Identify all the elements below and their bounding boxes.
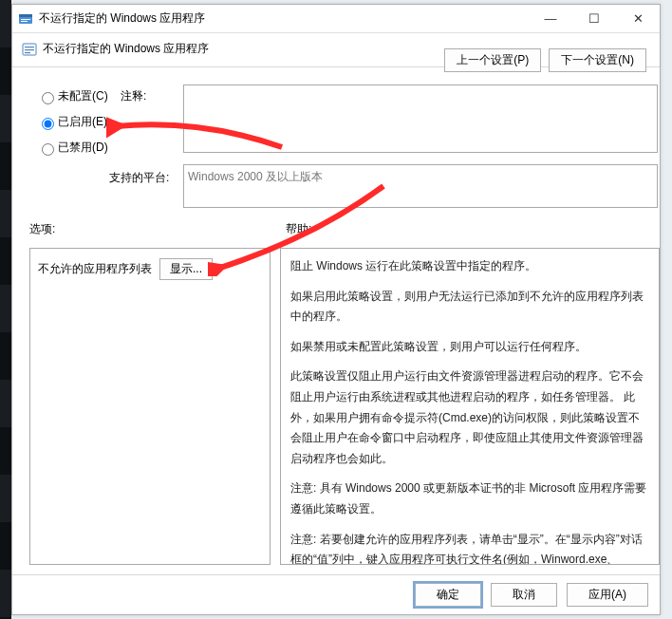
minimize-icon: — [545,11,557,26]
help-panel[interactable]: 阻止 Windows 运行在此策略设置中指定的程序。 如果启用此策略设置，则用户… [280,248,660,565]
minimize-button[interactable]: — [529,5,572,33]
apply-button[interactable]: 应用(A) [567,583,648,607]
svg-rect-3 [21,21,28,22]
radio-disabled-label: 已禁用(D) [58,140,108,156]
maximize-button[interactable]: ☐ [572,5,616,33]
help-paragraph: 此策略设置仅阻止用户运行由文件资源管理器进程启动的程序。它不会阻止用户运行由系统… [290,366,649,469]
app-icon [18,11,33,27]
help-paragraph: 如果启用此策略设置，则用户无法运行已添加到不允许的应用程序列表中的程序。 [290,287,649,328]
svg-rect-5 [25,47,34,47]
platform-label: 支持的平台: [109,170,169,186]
help-paragraph: 注意: 若要创建允许的应用程序列表，请单击“显示”。在“显示内容”对话框的“值”… [290,530,649,565]
close-button[interactable]: ✕ [616,5,660,33]
radio-not-configured-input[interactable] [42,92,54,104]
radio-not-configured[interactable]: 未配置(C) [37,88,108,104]
titlebar: 不运行指定的 Windows 应用程序 — ☐ ✕ [12,5,660,33]
radio-disabled-input[interactable] [42,143,54,156]
help-paragraph: 阻止 Windows 运行在此策略设置中指定的程序。 [290,256,649,277]
help-label: 帮助: [286,221,311,237]
radio-enabled-input[interactable] [42,118,54,130]
comment-label: 注释: [121,88,146,104]
header-title: 不运行指定的 Windows 应用程序 [43,41,209,57]
footer-bar: 确定 取消 应用(A) [12,574,660,614]
svg-rect-2 [21,19,30,20]
policy-editor-window: 不运行指定的 Windows 应用程序 — ☐ ✕ 不运行指定的 Windows… [11,4,661,615]
desktop-background-strip [0,0,11,619]
radio-not-configured-label: 未配置(C) [58,88,108,104]
previous-setting-button[interactable]: 上一个设置(P) [444,48,541,72]
next-setting-button[interactable]: 下一个设置(N) [549,48,646,72]
show-list-button[interactable]: 显示... [159,258,213,280]
help-paragraph: 注意: 具有 Windows 2000 或更新版本证书的非 Microsoft … [290,478,649,519]
svg-rect-1 [19,14,32,17]
options-label: 选项: [29,221,55,237]
radio-enabled[interactable]: 已启用(E) [37,114,108,130]
svg-rect-7 [25,52,30,53]
comment-textarea[interactable] [183,84,658,153]
window-title: 不运行指定的 Windows 应用程序 [39,10,205,27]
ok-button[interactable]: 确定 [415,583,481,607]
radio-enabled-label: 已启用(E) [58,114,107,130]
nav-buttons: 上一个设置(P) 下一个设置(N) [444,48,646,72]
disallowed-apps-label: 不允许的应用程序列表 [38,261,152,277]
options-panel: 不允许的应用程序列表 显示... [29,248,271,565]
policy-icon [22,42,37,57]
close-icon: ✕ [633,11,644,26]
header-bar: 不运行指定的 Windows 应用程序 上一个设置(P) 下一个设置(N) [12,33,660,67]
platform-textarea[interactable] [183,164,658,208]
radio-disabled[interactable]: 已禁用(D) [37,140,108,156]
help-paragraph: 如果禁用或未配置此策略设置，则用户可以运行任何程序。 [290,337,649,358]
svg-rect-6 [25,49,34,50]
maximize-icon: ☐ [588,11,600,26]
state-radio-group: 未配置(C) 已启用(E) 已禁用(D) [37,88,108,156]
cancel-button[interactable]: 取消 [491,583,557,607]
